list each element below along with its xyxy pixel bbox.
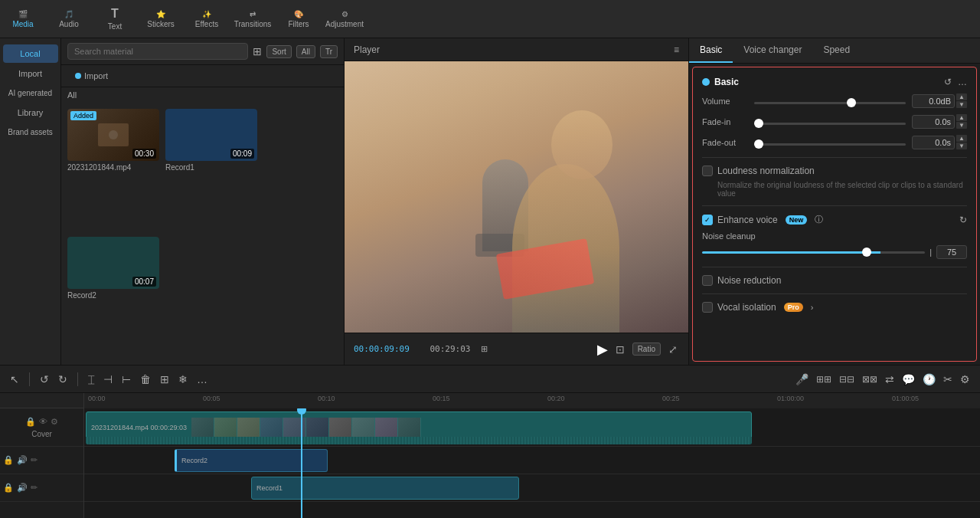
player-menu-icon[interactable]: ≡ — [674, 44, 679, 55]
toolbar-media[interactable]: 🎬 Media — [0, 0, 46, 38]
noise-cleanup-value[interactable] — [936, 245, 967, 259]
sound2-icon[interactable]: 🔊 — [17, 483, 28, 493]
sidebar-item-brand-assets[interactable]: Brand assets — [3, 123, 58, 141]
media-item-video3[interactable]: 00:07 Record2 — [67, 237, 159, 359]
settings-tl-button[interactable]: ⚙ — [958, 371, 972, 388]
play-button[interactable]: ▶ — [597, 341, 608, 358]
freeze-button[interactable]: ❄ — [176, 371, 190, 388]
tab-basic[interactable]: Basic — [689, 38, 733, 63]
volume-value-wrap: ▲ ▼ — [912, 93, 967, 108]
media-item-video2[interactable]: 00:09 Record1 — [165, 109, 257, 231]
eye-icon[interactable]: 👁 — [39, 417, 47, 426]
more-tl-button[interactable]: … — [194, 371, 210, 388]
comment-button[interactable]: 💬 — [900, 371, 917, 388]
fade-in-down[interactable]: ▼ — [956, 122, 967, 129]
search-input[interactable] — [67, 43, 248, 60]
enhance-expand-icon[interactable]: ↻ — [959, 215, 967, 225]
tl-icon-2[interactable]: ⊟⊟ — [837, 372, 857, 387]
toolbar-filters[interactable]: 🎨 Filters — [276, 0, 322, 38]
undo-button[interactable]: ↺ — [38, 371, 51, 388]
enhance-voice-row[interactable]: ✓ Enhance voice New ⓘ — [702, 214, 823, 225]
vocal-isolation-checkbox[interactable] — [702, 302, 713, 313]
group-button[interactable]: ⊞ — [158, 371, 172, 388]
edit2-icon[interactable]: ✏ — [31, 455, 38, 465]
trim-out-button[interactable]: ⊢ — [119, 371, 133, 388]
fade-out-down[interactable]: ▼ — [956, 143, 967, 149]
volume-up[interactable]: ▲ — [956, 93, 967, 100]
noise-reduction-row[interactable]: Noise reduction — [702, 275, 967, 286]
trim-in-button[interactable]: ⊣ — [101, 371, 115, 388]
toolbar-effects[interactable]: ✨ Effects — [184, 0, 230, 38]
split-button[interactable]: ⌶ — [86, 371, 96, 388]
ratio-button[interactable]: Ratio — [632, 343, 661, 356]
toolbar-adjustment[interactable]: ⚙ Adjustment — [322, 0, 368, 38]
import-button[interactable]: Import — [67, 68, 116, 84]
lock3-icon[interactable]: 🔒 — [3, 483, 14, 493]
link-button[interactable]: ⇄ — [883, 371, 897, 388]
waveform-pattern — [86, 437, 752, 444]
fade-out-value[interactable] — [912, 136, 955, 149]
loudness-checkbox[interactable] — [702, 166, 713, 176]
sort-button[interactable]: Sort — [266, 45, 291, 58]
delete-button[interactable]: 🗑 — [138, 371, 153, 388]
vocal-isolation-row[interactable]: Vocal isolation Pro › — [702, 302, 967, 313]
grid-view-icon[interactable]: ⊞ — [253, 45, 262, 57]
expand-button[interactable]: ⤢ — [667, 342, 679, 357]
fullscreen-button[interactable]: ⊡ — [614, 342, 626, 357]
toolbar-stickers[interactable]: ⭐ Stickers — [138, 0, 184, 38]
tl-icon-3[interactable]: ⊠⊠ — [860, 372, 880, 387]
sidebar-item-import[interactable]: Import — [3, 64, 58, 83]
right-panel: Basic Voice changer Speed Basic ↺ … Volu… — [689, 38, 980, 365]
mic-button[interactable]: 🎤 — [793, 371, 811, 388]
enhance-info-icon[interactable]: ⓘ — [815, 214, 823, 225]
sidebar-item-library[interactable]: Library — [3, 103, 58, 122]
sound-icon[interactable]: 🔊 — [17, 455, 28, 465]
tab-voice-changer[interactable]: Voice changer — [733, 38, 812, 63]
volume-slider[interactable] — [754, 102, 906, 104]
tl-icon-1[interactable]: ⊞⊞ — [814, 372, 834, 387]
media-tabs: Import — [61, 65, 344, 87]
fade-out-row: Fade-out ▲ ▼ — [702, 135, 967, 149]
edit3-icon[interactable]: ✏ — [31, 483, 38, 493]
toolbar-audio[interactable]: 🎵 Audio — [46, 0, 92, 38]
cut-button[interactable]: ✂ — [941, 371, 955, 388]
tr-filter-button[interactable]: Tr — [320, 45, 338, 58]
lock2-icon[interactable]: 🔒 — [3, 455, 14, 465]
left-panel: Local Import AI generated Library Brand … — [0, 38, 61, 365]
lock-icon[interactable]: 🔒 — [25, 417, 36, 427]
fade-in-value[interactable] — [912, 115, 955, 129]
sidebar-item-local[interactable]: Local — [3, 44, 58, 63]
fade-in-slider[interactable] — [754, 123, 906, 125]
noise-cleanup-slider[interactable] — [702, 251, 925, 254]
redo-button[interactable]: ↻ — [56, 371, 70, 388]
clock-button[interactable]: 🕐 — [920, 371, 938, 388]
loudness-row[interactable]: Loudness normalization — [702, 166, 967, 176]
enhance-voice-checkbox[interactable]: ✓ — [702, 215, 713, 225]
media-name-1: 20231201844.mp4 — [67, 163, 159, 172]
time-0020: 00:20 — [547, 395, 565, 402]
record1-clip[interactable]: Record1 — [251, 477, 519, 500]
vocal-info-icon[interactable]: › — [811, 303, 814, 312]
fade-out-slider[interactable] — [754, 143, 906, 146]
volume-down[interactable]: ▼ — [956, 101, 967, 108]
media-item-video1[interactable]: Added 00:30 20231201844.mp4 — [67, 109, 159, 231]
volume-value[interactable] — [912, 94, 955, 108]
toolbar-text[interactable]: T Text — [92, 0, 138, 38]
reset-button[interactable]: ↺ — [944, 77, 952, 87]
toolbar-transitions[interactable]: ⇄ Transitions — [230, 0, 276, 38]
section-controls: ↺ … — [944, 77, 967, 87]
timeline-left-labels: 🔒 👁 ⚙ Cover 🔒 🔊 ✏ — [0, 393, 84, 518]
fade-in-up[interactable]: ▲ — [956, 114, 967, 121]
fade-out-up[interactable]: ▲ — [956, 135, 967, 142]
media-browser-header: ⊞ Sort All Tr — [61, 38, 344, 65]
vocal-isolation-badge: Pro — [784, 303, 803, 312]
sidebar-item-ai-generated[interactable]: AI generated — [3, 84, 58, 102]
settings-icon[interactable]: ⚙ — [51, 417, 58, 427]
record2-clip[interactable]: Record2 — [175, 449, 328, 472]
all-filter-button[interactable]: All — [296, 45, 315, 58]
cursor-tool[interactable]: ↖ — [8, 371, 21, 388]
more-button[interactable]: … — [958, 77, 967, 87]
timeline-playhead[interactable] — [301, 408, 302, 518]
noise-reduction-checkbox[interactable] — [702, 275, 713, 286]
tab-speed[interactable]: Speed — [812, 38, 861, 63]
